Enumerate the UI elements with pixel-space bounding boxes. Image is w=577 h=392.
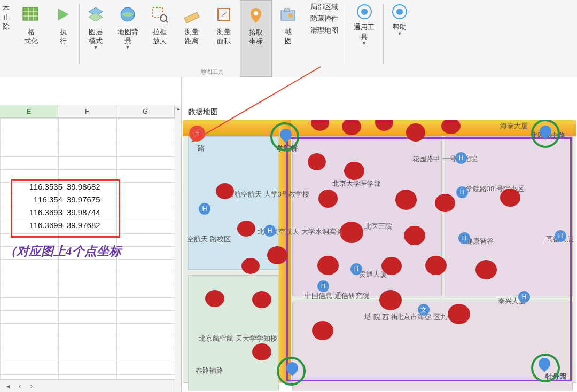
map-label: 北京航空航 天大学学知楼: [199, 334, 277, 343]
globe-icon: [118, 4, 138, 25]
col-headers: E F G: [0, 105, 175, 118]
ribbon-left-fragment: 本 止 除: [0, 0, 15, 77]
table-row: 116.369339.98744: [16, 208, 110, 221]
annotation-red-dot: [216, 183, 234, 199]
annotation-red-dot: [425, 256, 447, 275]
table-row: 116.369939.97682: [16, 221, 110, 233]
annotation-red-dot: [379, 290, 402, 310]
map-title: 数据地图: [188, 107, 218, 117]
annotation-red-dot: [252, 291, 271, 308]
svg-rect-0: [23, 7, 38, 20]
annotation-red-dot: [340, 222, 363, 243]
pick-coord-button[interactable]: 拾取 坐标: [240, 0, 272, 77]
map-label: 海泰大厦: [500, 121, 528, 131]
annotation-red-dot: [267, 246, 287, 264]
workspace: E F G ▲ 116.353539.98682 116.35439.97675…: [0, 77, 577, 392]
map-label: 路: [198, 144, 205, 153]
map-panel[interactable]: 数据地图 ≡ 学院桥 路 北四环中路 海泰大厦 花园路甲 一号院北院 学院路38…: [182, 77, 577, 392]
col-header-G[interactable]: G: [116, 105, 175, 117]
handwritten-annotation: （对应图上4个点坐标: [4, 243, 121, 260]
poi-icon: H: [199, 203, 210, 215]
table-row: 116.35439.97675: [16, 195, 110, 208]
camera-icon: [278, 4, 298, 25]
annotation-red-dot: [448, 304, 470, 324]
svg-point-18: [288, 13, 293, 18]
sheet-nav-prev-icon[interactable]: ‹: [16, 382, 24, 390]
format-button[interactable]: 格 式化: [15, 0, 47, 77]
format-icon: [21, 4, 41, 25]
annotation-red-dot: [241, 258, 260, 274]
ribbon-toolbar: 本 止 除 格 式化 执 行 图层 模式 ▼ 地图背 景 ▼: [0, 0, 577, 77]
zoom-box-button[interactable]: 拉框 放大: [144, 0, 176, 77]
annotation-red-dot: [308, 153, 326, 170]
col-header-E[interactable]: E: [0, 105, 58, 117]
poi-icon: H: [264, 225, 276, 237]
annotation-red-dot: [237, 221, 255, 237]
sub-local-button[interactable]: 局部区域: [310, 2, 338, 12]
chevron-down-icon: ▼: [93, 45, 98, 50]
sheet-nav-next-icon[interactable]: ›: [28, 382, 35, 390]
annotation-red-dot: [381, 257, 402, 275]
ribbon-group-label: 地图工具: [200, 68, 224, 76]
svg-line-11: [166, 20, 168, 22]
annotation-red-dot: [312, 321, 333, 340]
annotation-red-dot: [435, 194, 455, 212]
sheet-nav-first-icon[interactable]: ◂: [4, 382, 12, 390]
col-header-F[interactable]: F: [58, 105, 116, 117]
spreadsheet-panel[interactable]: E F G ▲ 116.353539.98682 116.35439.97675…: [0, 77, 182, 392]
chevron-down-icon: ▼: [362, 41, 367, 46]
help-button[interactable]: 帮助 ▼: [384, 0, 416, 77]
chevron-down-icon: ▼: [397, 31, 402, 36]
map-canvas[interactable]: ≡ 学院桥 路 北四环中路 海泰大厦 花园路甲 一号院北院 学院路38 号院小区…: [183, 120, 576, 391]
sheet-tabs: ◂ ‹ ›: [0, 379, 175, 392]
area-icon: [214, 4, 234, 25]
layers-icon: [85, 4, 106, 25]
annotation-red-dot: [500, 189, 520, 207]
scroll-up-icon[interactable]: ▲: [175, 105, 181, 112]
measure-area-button[interactable]: 测量 面积: [208, 0, 240, 77]
svg-marker-7: [89, 13, 103, 21]
svg-rect-17: [284, 9, 290, 12]
annotation-red-dot: [318, 190, 338, 208]
ribbon-sub-options: 局部区域 隐藏控件 清理地图: [304, 0, 345, 77]
annotation-red-dot: [475, 260, 497, 279]
map-menu-button[interactable]: ≡: [189, 126, 205, 142]
svg-rect-16: [281, 11, 295, 20]
radio-icon: [357, 4, 372, 19]
svg-rect-12: [184, 12, 199, 23]
layer-mode-button[interactable]: 图层 模式 ▼: [80, 0, 112, 77]
annotation-green-circle: [270, 122, 299, 151]
map-label: 春路辅路: [196, 366, 223, 375]
annotation-red-dot: [252, 343, 271, 360]
annotation-red-dot: [205, 290, 224, 307]
annotation-red-dot: [406, 123, 425, 142]
map-bg-button[interactable]: 地图背 景 ▼: [112, 0, 144, 77]
tools-button[interactable]: 通用工 具 ▼: [345, 0, 383, 77]
ruler-icon: [182, 4, 202, 25]
zoom-box-icon: [150, 4, 170, 25]
measure-dist-button[interactable]: 测量 距离: [176, 0, 208, 77]
annotation-red-dot: [317, 256, 339, 275]
svg-line-14: [218, 9, 230, 20]
annotation-red-dot: [344, 162, 364, 180]
radio-icon: [392, 4, 407, 19]
chevron-down-icon: ▼: [126, 45, 130, 50]
svg-marker-5: [58, 9, 69, 20]
scroll-spacer: ▲: [175, 105, 181, 392]
annotation-green-circle: [277, 357, 306, 386]
annotation-green-circle: [531, 354, 560, 382]
sub-clear-button[interactable]: 清理地图: [310, 26, 338, 35]
annotation-red-dot: [395, 190, 417, 210]
pin-icon: [246, 5, 266, 25]
coords-table: 116.353539.98682 116.35439.97675 116.369…: [16, 182, 110, 233]
play-icon: [53, 4, 73, 25]
screenshot-button[interactable]: 截 图: [272, 0, 304, 77]
svg-point-15: [254, 11, 258, 15]
annotation-red-dot: [404, 226, 425, 245]
sub-hide-button[interactable]: 隐藏控件: [310, 14, 338, 23]
map-label: 空航天 路校区: [187, 234, 231, 244]
annotation-green-circle: [531, 120, 560, 148]
table-row: 116.353539.98682: [16, 182, 110, 195]
execute-button[interactable]: 执 行: [47, 0, 79, 77]
